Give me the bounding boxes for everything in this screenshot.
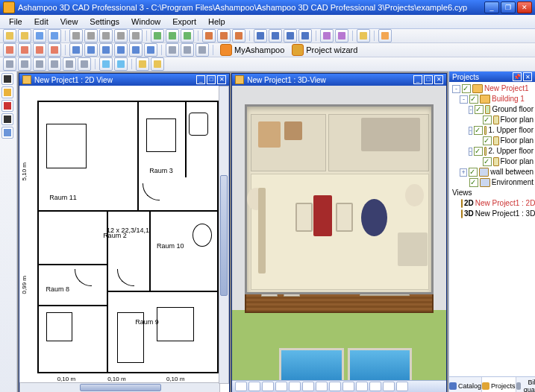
tool-lock-icon[interactable]: [378, 29, 392, 42]
tree-checkbox[interactable]: [483, 116, 492, 124]
toolbar-button[interactable]: [69, 43, 83, 57]
toolbar-button[interactable]: [181, 43, 194, 57]
tree-node[interactable]: Environment: [452, 177, 534, 188]
tab-bill-of-quantities[interactable]: Bill of quanti…: [516, 377, 535, 392]
tree-expand-icon[interactable]: -: [469, 127, 472, 135]
toolbar-button[interactable]: [202, 29, 216, 42]
nav3d-button[interactable]: [302, 382, 314, 391]
nav3d-button[interactable]: [383, 382, 395, 391]
window-2d-min-button[interactable]: _: [196, 75, 205, 84]
view-2d-vscroll[interactable]: [219, 86, 229, 384]
menu-help[interactable]: Help: [202, 16, 231, 28]
toolbar-button[interactable]: [48, 29, 61, 42]
tree-node[interactable]: Views: [452, 188, 534, 198]
toolbar-button[interactable]: [151, 29, 164, 42]
toolbar-button[interactable]: [84, 29, 98, 42]
link-project-wizard[interactable]: Project wizard: [289, 44, 360, 56]
toolbar-button[interactable]: [114, 43, 128, 57]
tree-node[interactable]: -1. Upper floor: [452, 125, 534, 136]
toolbar-button[interactable]: [195, 43, 209, 57]
tree-expand-icon[interactable]: -: [452, 85, 460, 93]
toolbar-button[interactable]: [114, 57, 128, 71]
tree-checkbox[interactable]: [469, 168, 478, 177]
tree-node[interactable]: Floor plan: [452, 157, 534, 167]
toolbar-button[interactable]: [99, 57, 113, 71]
toolbar-button[interactable]: [33, 43, 46, 57]
tree-node[interactable]: -2. Upper floor: [452, 146, 534, 157]
toolbar-button[interactable]: [166, 29, 179, 42]
tree-node[interactable]: 2D New Project1 : 2D View: [452, 198, 534, 209]
toolbar-button[interactable]: [254, 29, 267, 42]
window-3d-min-button[interactable]: _: [413, 75, 422, 84]
window-close-button[interactable]: ✕: [517, 1, 532, 13]
toolbar-button[interactable]: [129, 43, 143, 57]
toolbar-button[interactable]: [18, 57, 31, 71]
toolbar-button[interactable]: [3, 43, 16, 57]
nav3d-button[interactable]: [316, 382, 328, 391]
tree-node[interactable]: +wall between: [452, 167, 534, 177]
window-maximize-button[interactable]: ❐: [501, 1, 516, 13]
tree-node[interactable]: -Building 1: [452, 94, 534, 104]
nav3d-button[interactable]: [275, 382, 287, 391]
menu-file[interactable]: File: [3, 16, 28, 28]
toolbar-button[interactable]: [99, 29, 113, 42]
menu-view[interactable]: View: [54, 16, 84, 28]
toolbar-button[interactable]: [320, 29, 334, 42]
toolbar-button[interactable]: [99, 43, 113, 57]
nav3d-button[interactable]: [356, 382, 368, 391]
menu-window[interactable]: Window: [125, 16, 166, 28]
toolbar-button[interactable]: [284, 29, 297, 42]
menu-edit[interactable]: Edit: [28, 16, 54, 28]
tree-checkbox[interactable]: [474, 147, 483, 156]
toolbar-button[interactable]: [63, 57, 76, 71]
tree-checkbox[interactable]: [483, 157, 492, 166]
toolbar-button[interactable]: [357, 29, 370, 42]
link-myashampoo[interactable]: MyAshampoo: [217, 44, 287, 56]
tree-checkbox[interactable]: [475, 105, 484, 114]
tree-expand-icon[interactable]: +: [460, 168, 467, 177]
toolbar-button[interactable]: [48, 57, 61, 71]
panel-close-icon[interactable]: ✕: [523, 72, 532, 81]
window-2d-close-button[interactable]: ✕: [217, 75, 226, 84]
tree-checkbox[interactable]: [469, 95, 478, 104]
toolbar-button[interactable]: [335, 29, 348, 42]
tree-expand-icon[interactable]: -: [469, 148, 472, 156]
toolbar-button[interactable]: [18, 43, 31, 57]
project-tree[interactable]: -New Project1-Building 1-Ground floorFlo…: [449, 82, 535, 376]
menu-export[interactable]: Export: [166, 16, 202, 28]
tree-checkbox[interactable]: [483, 136, 492, 145]
toolbar-button[interactable]: [3, 29, 16, 42]
nav3d-button[interactable]: [342, 382, 354, 391]
nav3d-button[interactable]: [369, 382, 381, 391]
toolbar-button[interactable]: [217, 29, 231, 42]
palette-letter-icon[interactable]: [1, 113, 13, 125]
window-3d-max-button[interactable]: □: [424, 75, 433, 84]
toolbar-button[interactable]: [166, 43, 179, 57]
toolbar-button[interactable]: [144, 43, 157, 57]
tree-checkbox[interactable]: [474, 126, 483, 135]
nav3d-button[interactable]: [248, 382, 260, 391]
view-2d-hscroll[interactable]: [19, 382, 220, 392]
nav3d-button[interactable]: [289, 382, 301, 391]
toolbar-button[interactable]: [136, 57, 149, 71]
nav3d-button[interactable]: [329, 382, 341, 391]
toolbar-button[interactable]: [232, 29, 245, 42]
toolbar-button[interactable]: [269, 29, 282, 42]
nav3d-button[interactable]: [235, 382, 247, 391]
tree-node[interactable]: 3D New Project1 : 3D-View: [452, 209, 534, 219]
palette-text-icon[interactable]: [1, 100, 13, 112]
toolbar-button[interactable]: [33, 57, 46, 71]
window-2d-titlebar[interactable]: New Project1 : 2D View _ □ ✕: [19, 74, 229, 86]
toolbar-button[interactable]: [129, 29, 143, 42]
tree-node[interactable]: -New Project1: [452, 83, 534, 94]
tree-expand-icon[interactable]: -: [460, 95, 468, 104]
tree-checkbox[interactable]: [462, 84, 471, 93]
tab-catalog[interactable]: Catalog: [449, 377, 482, 392]
view-3d-body[interactable]: [232, 86, 446, 392]
tree-node[interactable]: -Ground floor: [452, 104, 534, 115]
tree-node[interactable]: Floor plan: [452, 136, 534, 146]
nav3d-button[interactable]: [396, 382, 408, 391]
tree-checkbox[interactable]: [469, 178, 478, 187]
toolbar-button[interactable]: [69, 29, 83, 42]
toolbar-button[interactable]: [298, 29, 312, 42]
